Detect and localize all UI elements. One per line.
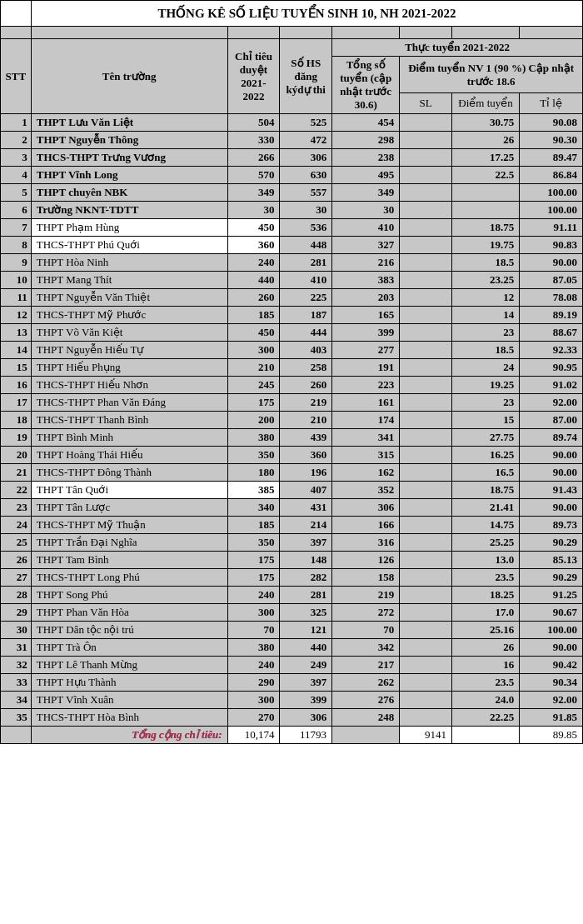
cell-sohs: 630	[280, 167, 332, 184]
cell-tong: 158	[332, 569, 400, 587]
cell-tong: 203	[332, 289, 400, 307]
cell-name: THCS-THPT Thanh Bình	[31, 412, 227, 429]
cell-stt: 2	[1, 132, 32, 149]
cell-diem: 27.75	[452, 429, 520, 447]
cell-ti: 90.29	[520, 534, 583, 552]
cell-tong: 454	[332, 114, 400, 132]
cell-sohs: 306	[280, 709, 332, 727]
cell-sohs: 281	[280, 254, 332, 272]
cell-chi: 245	[227, 377, 280, 394]
cell-name: THPT Lưu Văn Liệt	[31, 114, 227, 132]
header-row-1: STT Tên trường Chỉ tiêu duyệt 2021-2022 …	[1, 39, 583, 57]
table-row: 28THPT Song Phú24028121918.2591.25	[1, 587, 583, 604]
cell-stt: 12	[1, 307, 32, 324]
table-row: 16THCS-THPT Hiếu Nhơn24526022319.2591.02	[1, 377, 583, 394]
table-row: 1THPT Lưu Văn Liệt50452545430.7590.08	[1, 114, 583, 132]
table-row: 29THPT Phan Văn Hòa30032527217.090.67	[1, 604, 583, 622]
cell-chi: 175	[227, 552, 280, 569]
table-row: 31THPT Trà Ôn3804403422690.00	[1, 639, 583, 657]
total-label: Tổng cộng chỉ tiêu:	[31, 727, 227, 744]
cell-tong: 383	[332, 272, 400, 289]
total-tong	[332, 727, 400, 744]
table-row: 20THPT Hoàng Thái Hiếu35036031516.2590.0…	[1, 447, 583, 464]
cell-chi: 385	[227, 482, 280, 499]
cell-stt: 11	[1, 289, 32, 307]
cell-stt: 31	[1, 639, 32, 657]
cell-sohs: 472	[280, 132, 332, 149]
cell-sohs: 440	[280, 639, 332, 657]
cell-diem: 18.5	[452, 342, 520, 359]
cell-sl	[400, 447, 452, 464]
cell-stt: 16	[1, 377, 32, 394]
cell-name: THPT Trà Ôn	[31, 639, 227, 657]
cell-diem: 17.0	[452, 604, 520, 622]
table-row: 2THPT Nguyễn Thông3304722982690.30	[1, 132, 583, 149]
cell-ti: 91.85	[520, 709, 583, 727]
table-row: 3THCS-THPT Trưng Vương26630623817.2589.4…	[1, 149, 583, 167]
cell-ti: 89.73	[520, 517, 583, 534]
cell-tong: 399	[332, 324, 400, 342]
page-title: THỐNG KÊ SỐ LIỆU TUYỂN SINH 10, NH 2021-…	[31, 1, 582, 27]
cell-chi: 266	[227, 149, 280, 167]
total-diem	[452, 727, 520, 744]
total-sl: 9141	[400, 727, 452, 744]
spacer-row	[1, 27, 583, 39]
cell-sl	[400, 132, 452, 149]
cell-diem: 23	[452, 394, 520, 412]
cell-sl	[400, 674, 452, 692]
cell-chi: 180	[227, 464, 280, 482]
cell-diem: 26	[452, 132, 520, 149]
table-row: 12THCS-THPT Mỹ Phước1851871651489.19	[1, 307, 583, 324]
cell-name: THPT Nguyễn Thông	[31, 132, 227, 149]
cell-ti: 90.00	[520, 499, 583, 517]
cell-name: THPT Hựu Thành	[31, 674, 227, 692]
hdr-thuc: Thực tuyển 2021-2022	[332, 39, 583, 57]
cell-sl	[400, 499, 452, 517]
cell-name: THPT Dân tộc nội trú	[31, 622, 227, 639]
cell-diem	[452, 202, 520, 219]
total-chi: 10,174	[227, 727, 280, 744]
cell-diem: 17.25	[452, 149, 520, 167]
cell-diem: 18.75	[452, 482, 520, 499]
cell-stt: 3	[1, 149, 32, 167]
total-sohs: 11793	[280, 727, 332, 744]
cell-tong: 217	[332, 657, 400, 674]
cell-sohs: 403	[280, 342, 332, 359]
cell-stt: 9	[1, 254, 32, 272]
cell-diem: 14.75	[452, 517, 520, 534]
hdr-stt: STT	[1, 39, 32, 114]
cell-diem: 30.75	[452, 114, 520, 132]
cell-tong: 316	[332, 534, 400, 552]
cell-sohs: 121	[280, 622, 332, 639]
cell-name: THPT Phạm Hùng	[31, 219, 227, 237]
hdr-diem-group: Điểm tuyển NV 1 (90 %) Cập nhật trước 18…	[400, 57, 583, 93]
cell-chi: 300	[227, 604, 280, 622]
cell-tong: 30	[332, 202, 400, 219]
cell-stt: 20	[1, 447, 32, 464]
cell-sohs: 439	[280, 429, 332, 447]
cell-diem	[452, 184, 520, 202]
cell-chi: 300	[227, 342, 280, 359]
cell-tong: 306	[332, 499, 400, 517]
cell-sohs: 536	[280, 219, 332, 237]
cell-tong: 410	[332, 219, 400, 237]
table-row: 11THPT Nguyễn Văn Thiệt2602252031278.08	[1, 289, 583, 307]
cell-diem: 16	[452, 657, 520, 674]
cell-sohs: 325	[280, 604, 332, 622]
table-row: 13THPT Võ Văn Kiệt4504443992388.67	[1, 324, 583, 342]
cell-stt: 19	[1, 429, 32, 447]
cell-chi: 185	[227, 517, 280, 534]
cell-tong: 166	[332, 517, 400, 534]
hdr-chi: Chỉ tiêu duyệt 2021-2022	[227, 39, 280, 114]
cell-sohs: 397	[280, 674, 332, 692]
cell-sl	[400, 184, 452, 202]
cell-sohs: 196	[280, 464, 332, 482]
cell-name: THPT Hòa Ninh	[31, 254, 227, 272]
cell-chi: 300	[227, 692, 280, 709]
cell-sohs: 399	[280, 692, 332, 709]
cell-ti: 92.00	[520, 394, 583, 412]
cell-stt: 34	[1, 692, 32, 709]
cell-sl	[400, 517, 452, 534]
cell-stt: 22	[1, 482, 32, 499]
cell-chi: 380	[227, 429, 280, 447]
